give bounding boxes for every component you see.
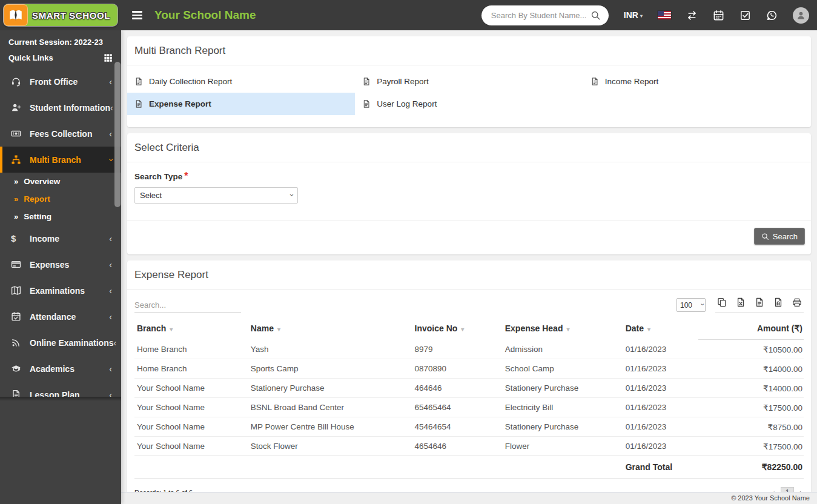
branch-exchange-icon[interactable] [686,10,698,21]
sort-caret-icon: ▾ [461,326,464,333]
logo-text: SMART SCHOOL [32,10,110,21]
cell-expense-head: School Camp [503,359,623,379]
sidebar-item-label: Online Examinations [30,338,113,348]
print-icon[interactable] [792,297,802,307]
sidebar-subitem-setting[interactable]: »Setting [0,208,121,225]
select-criteria-title: Select Criteria [127,133,811,162]
sidebar-subitem-overview[interactable]: »Overview [0,173,121,190]
cell-date: 01/16/2023 [623,398,699,417]
column-label: Invoice No [415,323,458,333]
sidebar-item-student-information[interactable]: Student Information‹ [0,94,121,121]
column-header-expense-head[interactable]: Expense Head▾ [503,318,623,340]
multi-branch-report-title: Multi Branch Report [127,36,811,65]
sidebar-scrollbar-thumb[interactable] [114,62,121,207]
chevron-left-icon: ‹ [109,260,112,269]
search-button[interactable]: Search [754,228,805,245]
sidebar-item-online-examinations[interactable]: Online Examinations‹ [0,330,121,356]
search-type-select[interactable]: Select [134,187,298,204]
table-search-input[interactable] [134,298,241,313]
sidebar-item-fees-collection[interactable]: Fees Collection‹ [0,121,121,147]
report-link-daily-collection-report[interactable]: Daily Collection Report [127,70,355,93]
calendar-check-icon [11,311,22,322]
grid-icon[interactable] [104,53,113,62]
chevron-down-icon: ‹ [107,158,115,161]
cell-date: 01/16/2023 [623,359,699,379]
user-plus-icon [11,102,22,113]
sidebar-item-academics[interactable]: Academics‹ [0,356,121,382]
copy-icon[interactable] [717,297,727,307]
sidebar-item-label: Income [30,234,109,244]
export-buttons [715,297,804,313]
table-row: Your School NameStationery Purchase46464… [134,379,804,398]
sidebar-subitem-label: Report [24,194,50,204]
search-icon[interactable] [590,10,601,21]
sidebar-item-income[interactable]: $Income‹ [0,225,121,251]
table-footer: Grand Total ₹82250.00 [134,456,804,479]
chevron-left-icon: ‹ [109,287,112,295]
sidebar-item-label: Multi Branch [30,155,109,165]
sidebar-item-expenses[interactable]: Expenses‹ [0,251,121,277]
column-header-date[interactable]: Date▾ [623,318,699,340]
credit-card-icon [11,259,22,270]
report-link-label: Income Report [605,77,659,86]
column-header-branch[interactable]: Branch▾ [134,318,248,340]
sidebar-item-attendance[interactable]: Attendance‹ [0,303,121,330]
column-label: Expense Head [505,323,563,333]
report-link-user-log-report[interactable]: User Log Report [355,93,583,115]
sidebar-item-lesson-plan[interactable]: Lesson Plan‹ [0,382,121,397]
sidebar-subitem-report[interactable]: »Report [0,190,121,208]
app-logo[interactable]: SMART SCHOOL [0,4,121,26]
sidebar-item-label: Fees Collection [30,129,109,139]
chevron-left-icon: ‹ [109,391,112,397]
sidebar-item-multi-branch[interactable]: Multi Branch‹ [0,147,121,173]
cell-branch: Your School Name [134,437,248,456]
quick-links[interactable]: Quick Links [0,49,121,68]
cell-branch: Your School Name [134,398,248,417]
report-link-expense-report[interactable]: Expense Report [127,93,355,115]
student-search-input[interactable] [481,5,609,25]
report-link-payroll-report[interactable]: Payroll Report [355,70,583,93]
sidebar-item-label: Academics [30,364,109,374]
sidebar-item-front-office[interactable]: Front Office‹ [0,68,121,94]
file-icon [362,77,371,86]
todo-icon[interactable] [739,10,751,21]
table-row: Home BranchSports Camp0870890School Camp… [134,359,804,379]
sidebar-toggle-button[interactable] [128,7,146,23]
criteria-footer: Search [127,220,811,254]
cell-branch: Your School Name [134,379,248,398]
report-links-grid: Daily Collection ReportPayroll ReportInc… [127,65,811,127]
report-link-label: Daily Collection Report [149,77,232,86]
expense-table: Branch▾Name▾Invoice No▾Expense Head▾Date… [134,318,804,479]
column-header-invoice-no[interactable]: Invoice No▾ [412,318,503,340]
top-header: SMART SCHOOL Your School Name INR ▾ [0,0,817,30]
search-icon [761,233,769,240]
pdf-icon[interactable] [773,297,783,307]
whatsapp-icon[interactable] [766,10,778,21]
report-link-income-report[interactable]: Income Report [583,70,811,93]
column-label: Date [626,323,644,333]
report-link-label: User Log Report [377,99,437,108]
table-row: Home BranchYash8979Admission01/16/2023₹1… [134,340,804,359]
flag-canton [658,11,664,16]
excel-icon[interactable] [736,297,746,307]
cell-invoice-no: 65465464 [412,398,503,417]
cell-invoice-no: 45464654 [412,417,503,437]
dollar-icon: $ [11,233,22,244]
sidebar-item-examinations[interactable]: Examinations‹ [0,277,121,303]
column-header-amount-: Amount (₹) [698,318,804,340]
user-avatar[interactable] [793,7,809,24]
calendar-icon[interactable] [713,10,724,21]
column-header-name[interactable]: Name▾ [248,318,412,340]
cell-branch: Your School Name [134,417,248,437]
table-body: Home BranchYash8979Admission01/16/2023₹1… [134,340,804,456]
sidebar-menu: Front Office‹Student Information‹Fees Co… [0,68,121,397]
cell-invoice-no: 4654646 [412,437,503,456]
sidebar-item-label: Expenses [30,260,109,270]
page-size-select[interactable]: 100 [676,298,706,312]
csv-icon[interactable] [755,297,764,307]
book-map-icon [11,285,22,296]
cell-expense-head: Admission [503,340,623,359]
currency-label: INR [624,10,638,20]
language-flag-icon[interactable] [658,11,671,19]
currency-selector[interactable]: INR ▾ [624,10,643,20]
